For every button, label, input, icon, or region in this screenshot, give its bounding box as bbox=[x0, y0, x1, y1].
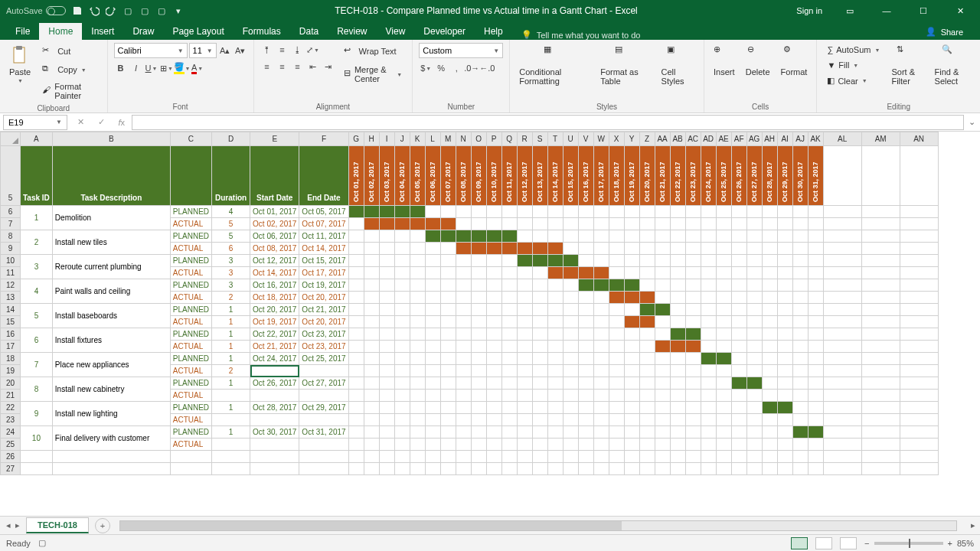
row-header[interactable]: 20 bbox=[1, 377, 21, 390]
cell[interactable] bbox=[861, 341, 900, 353]
gantt-cell[interactable] bbox=[655, 243, 670, 255]
gantt-cell[interactable] bbox=[501, 316, 517, 328]
gantt-cell[interactable] bbox=[792, 353, 808, 365]
cell[interactable] bbox=[563, 463, 578, 475]
gantt-cell[interactable] bbox=[655, 328, 670, 341]
cell[interactable] bbox=[486, 463, 501, 475]
col-header[interactable]: AF bbox=[731, 132, 746, 146]
gantt-cell[interactable] bbox=[777, 304, 792, 316]
gantt-cell[interactable] bbox=[746, 377, 762, 390]
cell[interactable] bbox=[823, 206, 861, 218]
gantt-cell[interactable] bbox=[746, 365, 762, 377]
gantt-cell[interactable] bbox=[501, 353, 517, 365]
gantt-cell[interactable] bbox=[808, 328, 823, 341]
cell[interactable]: Oct 06, 2017 bbox=[250, 230, 299, 243]
gantt-cell[interactable] bbox=[716, 279, 731, 292]
gantt-cell[interactable] bbox=[440, 439, 456, 451]
gantt-cell[interactable] bbox=[364, 439, 379, 451]
col-header[interactable]: AC bbox=[685, 132, 701, 146]
cell[interactable]: Install new cabinetry bbox=[52, 377, 170, 402]
gantt-cell[interactable] bbox=[777, 230, 792, 243]
row-header[interactable]: 16 bbox=[1, 328, 21, 341]
gantt-cell[interactable] bbox=[517, 377, 532, 390]
cell[interactable] bbox=[823, 439, 861, 451]
col-header[interactable]: AB bbox=[670, 132, 685, 146]
cell[interactable] bbox=[685, 451, 701, 463]
gantt-cell[interactable] bbox=[731, 304, 746, 316]
gantt-cell[interactable] bbox=[364, 353, 379, 365]
cell[interactable] bbox=[547, 451, 563, 463]
gantt-cell[interactable] bbox=[394, 402, 410, 414]
gantt-cell[interactable] bbox=[517, 218, 532, 230]
cell[interactable] bbox=[900, 243, 938, 255]
gantt-cell[interactable] bbox=[593, 316, 609, 328]
gantt-cell[interactable] bbox=[425, 304, 440, 316]
gantt-cell[interactable] bbox=[379, 292, 394, 304]
gantt-cell[interactable] bbox=[440, 304, 456, 316]
gantt-cell[interactable] bbox=[639, 341, 655, 353]
cell[interactable] bbox=[425, 463, 440, 475]
gantt-cell[interactable] bbox=[379, 390, 394, 402]
gantt-cell[interactable] bbox=[624, 341, 639, 353]
gantt-cell[interactable] bbox=[471, 377, 486, 390]
gantt-cell[interactable] bbox=[501, 292, 517, 304]
paste-button[interactable]: Paste▼ bbox=[6, 43, 34, 85]
gantt-cell[interactable] bbox=[547, 402, 563, 414]
gantt-cell[interactable] bbox=[685, 255, 701, 267]
close-icon[interactable]: ✕ bbox=[943, 0, 977, 21]
cell[interactable]: ACTUAL bbox=[170, 292, 211, 304]
gantt-cell[interactable] bbox=[777, 377, 792, 390]
cell[interactable] bbox=[861, 292, 900, 304]
gantt-cell[interactable] bbox=[792, 218, 808, 230]
gantt-cell[interactable] bbox=[701, 439, 716, 451]
gantt-cell[interactable] bbox=[777, 316, 792, 328]
gantt-cell[interactable] bbox=[792, 279, 808, 292]
cell[interactable]: PLANNED bbox=[170, 353, 211, 365]
sheet-tab[interactable]: TECH-018 bbox=[26, 517, 89, 533]
gantt-cell[interactable] bbox=[578, 439, 593, 451]
gantt-cell[interactable] bbox=[578, 279, 593, 292]
gantt-cell[interactable] bbox=[655, 365, 670, 377]
tab-formulas[interactable]: Formulas bbox=[234, 23, 290, 40]
gantt-cell[interactable] bbox=[440, 377, 456, 390]
cell[interactable] bbox=[639, 463, 655, 475]
gantt-cell[interactable] bbox=[792, 390, 808, 402]
col-header[interactable]: Z bbox=[639, 132, 655, 146]
gantt-cell[interactable] bbox=[563, 255, 578, 267]
cell[interactable]: 2 bbox=[21, 230, 53, 255]
gantt-cell[interactable] bbox=[425, 414, 440, 426]
gantt-cell[interactable] bbox=[410, 279, 425, 292]
gantt-cell[interactable] bbox=[731, 255, 746, 267]
gantt-cell[interactable] bbox=[609, 316, 624, 328]
gantt-cell[interactable] bbox=[808, 292, 823, 304]
gantt-cell[interactable] bbox=[777, 328, 792, 341]
row-header[interactable]: 8 bbox=[1, 230, 21, 243]
col-header[interactable]: A bbox=[21, 132, 53, 146]
gantt-cell[interactable] bbox=[670, 426, 685, 439]
cell[interactable]: Oct 05, 2017 bbox=[299, 206, 348, 218]
format-cells-button[interactable]: ⚙Format bbox=[778, 43, 811, 78]
gantt-cell[interactable] bbox=[701, 267, 716, 279]
gantt-cell[interactable] bbox=[624, 426, 639, 439]
gantt-cell[interactable] bbox=[685, 279, 701, 292]
col-header[interactable]: O bbox=[471, 132, 486, 146]
cell[interactable] bbox=[900, 439, 938, 451]
row-header[interactable]: 13 bbox=[1, 292, 21, 304]
gantt-cell[interactable] bbox=[440, 316, 456, 328]
cell[interactable] bbox=[410, 463, 425, 475]
gantt-cell[interactable] bbox=[471, 439, 486, 451]
gantt-cell[interactable] bbox=[425, 377, 440, 390]
cell[interactable] bbox=[900, 365, 938, 377]
gantt-cell[interactable] bbox=[563, 267, 578, 279]
font-name-combo[interactable]: Calibri▼ bbox=[114, 43, 188, 58]
cell[interactable] bbox=[670, 451, 685, 463]
gantt-cell[interactable] bbox=[364, 267, 379, 279]
tab-developer[interactable]: Developer bbox=[414, 23, 475, 40]
gantt-cell[interactable] bbox=[701, 316, 716, 328]
font-size-combo[interactable]: 11▼ bbox=[189, 43, 217, 58]
col-header[interactable]: J bbox=[394, 132, 410, 146]
gantt-cell[interactable] bbox=[701, 328, 716, 341]
gantt-cell[interactable] bbox=[486, 390, 501, 402]
gantt-cell[interactable] bbox=[670, 316, 685, 328]
cell[interactable]: Oct 16, 2017 bbox=[250, 279, 299, 292]
